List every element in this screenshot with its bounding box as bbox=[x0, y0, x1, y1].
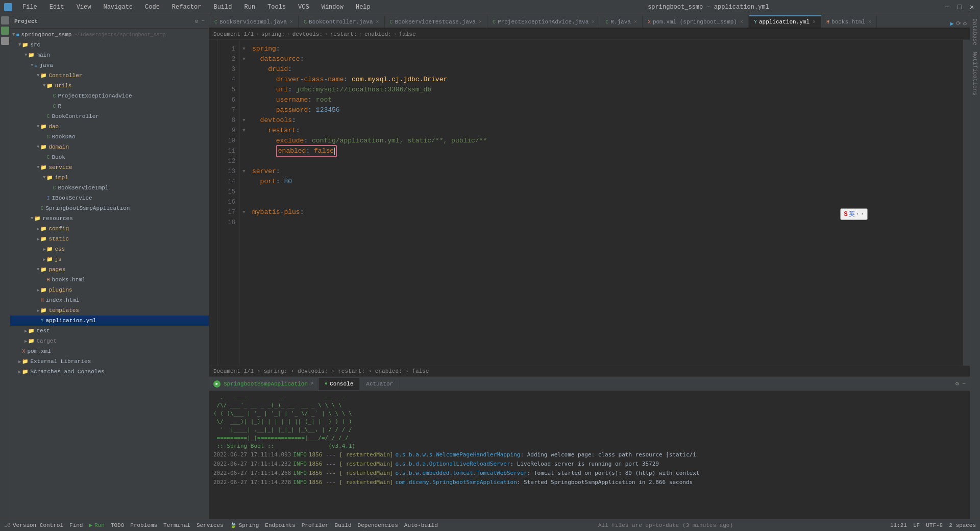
run-config-icon[interactable]: ▶ bbox=[950, 20, 954, 28]
tree-pages[interactable]: ▼ 📁 pages bbox=[10, 264, 209, 275]
editor-scrollbar[interactable] bbox=[963, 40, 970, 366]
menu-vcs[interactable]: VCS bbox=[296, 3, 311, 12]
project-tree[interactable]: ▼ ◼ springboot_ssmp ~/IdeaProjects/sprin… bbox=[10, 29, 209, 519]
tree-books-html[interactable]: ▶ H books.html bbox=[10, 275, 209, 285]
tree-root[interactable]: ▼ ◼ springboot_ssmp ~/IdeaProjects/sprin… bbox=[10, 30, 209, 40]
tree-projectexceptionadvice[interactable]: ▶ C ProjectExceptionAdvice bbox=[10, 91, 209, 101]
database-icon[interactable]: Database bbox=[972, 16, 979, 47]
tree-css[interactable]: ▶ 📁 css bbox=[10, 244, 209, 254]
close-button[interactable]: ✕ bbox=[968, 3, 976, 11]
tree-main[interactable]: ▼ 📁 main bbox=[10, 50, 209, 60]
tree-springbootssmpapplication[interactable]: ▶ C SpringbootSsmpApplication bbox=[10, 203, 209, 213]
lineending-status[interactable]: LF bbox=[913, 522, 920, 528]
tree-dao[interactable]: ▼ 📁 dao bbox=[10, 122, 209, 132]
tab-application-yml[interactable]: Y application.yml × bbox=[749, 15, 821, 28]
settings-icon[interactable]: ⚙ bbox=[963, 20, 967, 28]
tab-books-html[interactable]: H books.html × bbox=[821, 15, 877, 28]
code-content[interactable]: spring: datasource: druid: driver-class-… bbox=[248, 40, 963, 366]
services-status[interactable]: Services bbox=[197, 522, 224, 528]
tab-r[interactable]: C R.java × bbox=[600, 15, 643, 28]
tab-bookserviceimpl[interactable]: C BookServiceImpl.java × bbox=[209, 15, 299, 28]
tree-application-yml[interactable]: ▶ Y application.yml bbox=[10, 316, 209, 326]
menu-run[interactable]: Run bbox=[242, 3, 257, 12]
spring-status[interactable]: 🍃 Spring bbox=[230, 522, 259, 528]
bottom-panel-tabs: ▶ SpringbootSsmpApplication × ● Console … bbox=[209, 377, 970, 391]
spaces-status[interactable]: 2 spaces bbox=[949, 522, 976, 528]
project-collapse-icon[interactable]: − bbox=[201, 18, 205, 25]
tree-scratches[interactable]: ▶ 📁 Scratches and Consoles bbox=[10, 367, 209, 377]
tab-console[interactable]: ● Console bbox=[318, 378, 360, 390]
menu-build[interactable]: Build bbox=[211, 3, 234, 12]
line-numbers: 1 2 3 4 5 6 7 8 9 10 11 12 13 14 15 16 1 bbox=[217, 40, 240, 366]
vcs-status[interactable]: ⎇ Version Control bbox=[4, 522, 63, 528]
terminal-status[interactable]: Terminal bbox=[163, 522, 190, 528]
bc-devtools: devtools: bbox=[292, 31, 323, 37]
menu-file[interactable]: File bbox=[20, 3, 39, 12]
problems-status[interactable]: Problems bbox=[130, 522, 157, 528]
project-icon[interactable] bbox=[1, 16, 9, 25]
menu-view[interactable]: View bbox=[75, 3, 93, 12]
menu-navigate[interactable]: Navigate bbox=[101, 3, 135, 12]
sync-icon[interactable]: ⟳ bbox=[956, 20, 961, 28]
position-status[interactable]: 11:21 bbox=[890, 522, 907, 528]
tree-index-html[interactable]: ▶ H index.html bbox=[10, 295, 209, 305]
tree-ibookservice[interactable]: ▶ I IBookService bbox=[10, 193, 209, 203]
tree-config[interactable]: ▶ 📁 config bbox=[10, 224, 209, 234]
find-status[interactable]: Find bbox=[69, 522, 83, 528]
settings-panel-icon[interactable]: ⚙ bbox=[955, 380, 959, 388]
tree-book[interactable]: ▶ C Book bbox=[10, 152, 209, 162]
todo-status[interactable]: TODO bbox=[111, 522, 124, 528]
tree-js[interactable]: ▶ 📁 js bbox=[10, 254, 209, 264]
tree-controller[interactable]: ▼ 📁 Controller bbox=[10, 70, 209, 81]
build-status[interactable]: Build bbox=[335, 522, 352, 528]
tree-bookcontroller[interactable]: ▶ C BookController bbox=[10, 111, 209, 122]
minimize-panel-icon[interactable]: − bbox=[962, 380, 966, 388]
tree-domain[interactable]: ▼ 📁 domain bbox=[10, 142, 209, 152]
tree-test[interactable]: ▶ 📁 test bbox=[10, 326, 209, 336]
tab-projectexceptionadvice[interactable]: C ProjectExceptionAdvice.java × bbox=[487, 15, 600, 28]
log-line-1: 2022-06-27 17:11:14.093 INFO 1856 --- [ … bbox=[213, 450, 966, 460]
problems-label: Problems bbox=[130, 522, 157, 528]
tree-plugins[interactable]: ▶ 📁 plugins bbox=[10, 285, 209, 295]
tree-bookserviceimpl[interactable]: ▶ C BookServiceImpl bbox=[10, 183, 209, 193]
log-line-3: 2022-06-27 17:11:14.268 INFO 1856 --- [ … bbox=[213, 469, 966, 478]
close-run-icon[interactable]: × bbox=[311, 381, 314, 387]
minimize-button[interactable]: ─ bbox=[943, 3, 951, 11]
code-editor[interactable]: 1 2 3 4 5 6 7 8 9 10 11 12 13 14 15 16 1 bbox=[209, 40, 970, 366]
tab-bar: C BookServiceImpl.java × C BookControlle… bbox=[209, 14, 970, 29]
tree-external-libraries[interactable]: ▶ 📁 External Libraries bbox=[10, 356, 209, 367]
project-settings-icon[interactable]: ⚙ bbox=[195, 18, 199, 25]
endpoints-status[interactable]: Endpoints bbox=[265, 522, 295, 528]
tree-bookdao[interactable]: ▶ C BookDao bbox=[10, 132, 209, 142]
tree-java[interactable]: ▼ ☕ java bbox=[10, 60, 209, 70]
tree-target[interactable]: ▶ 📁 target bbox=[10, 336, 209, 346]
tree-static[interactable]: ▶ 📁 static bbox=[10, 234, 209, 244]
tree-r[interactable]: ▶ C R bbox=[10, 101, 209, 111]
tree-resources[interactable]: ▼ 📁 resources bbox=[10, 213, 209, 224]
notifications-icon[interactable]: Notifications bbox=[972, 50, 979, 98]
menu-refactor[interactable]: Refactor bbox=[170, 3, 204, 12]
run-status[interactable]: ▶ Run bbox=[89, 522, 104, 528]
structure-icon[interactable] bbox=[1, 27, 9, 35]
menu-window[interactable]: Window bbox=[320, 3, 346, 12]
tab-actuator[interactable]: Actuator bbox=[360, 378, 400, 390]
favorites-icon[interactable] bbox=[1, 37, 9, 45]
menu-code[interactable]: Code bbox=[143, 3, 162, 12]
maximize-button[interactable]: □ bbox=[955, 3, 964, 11]
tree-utils[interactable]: ▼ 📁 utils bbox=[10, 81, 209, 91]
autobuild-status[interactable]: Auto-build bbox=[404, 522, 438, 528]
tree-templates[interactable]: ▶ 📁 templates bbox=[10, 305, 209, 316]
tree-src[interactable]: ▼ 📁 src bbox=[10, 40, 209, 50]
profiler-status[interactable]: Profiler bbox=[302, 522, 329, 528]
menu-tools[interactable]: Tools bbox=[265, 3, 288, 12]
tree-impl[interactable]: ▼ 📁 impl bbox=[10, 173, 209, 183]
encoding-status[interactable]: UTF-8 bbox=[926, 522, 943, 528]
menu-edit[interactable]: Edit bbox=[47, 3, 66, 12]
menu-help[interactable]: Help bbox=[354, 3, 373, 12]
tree-pom-xml[interactable]: ▶ X pom.xml bbox=[10, 346, 209, 356]
tab-pom[interactable]: X pom.xml (springboot_ssmp) × bbox=[643, 15, 749, 28]
tree-service[interactable]: ▼ 📁 service bbox=[10, 162, 209, 173]
dependencies-status[interactable]: Dependencies bbox=[358, 522, 398, 528]
tab-bookservicetestcase[interactable]: C BookServiceTestCase.java × bbox=[385, 15, 487, 28]
tab-bookcontroller[interactable]: C BookController.java × bbox=[299, 15, 384, 28]
